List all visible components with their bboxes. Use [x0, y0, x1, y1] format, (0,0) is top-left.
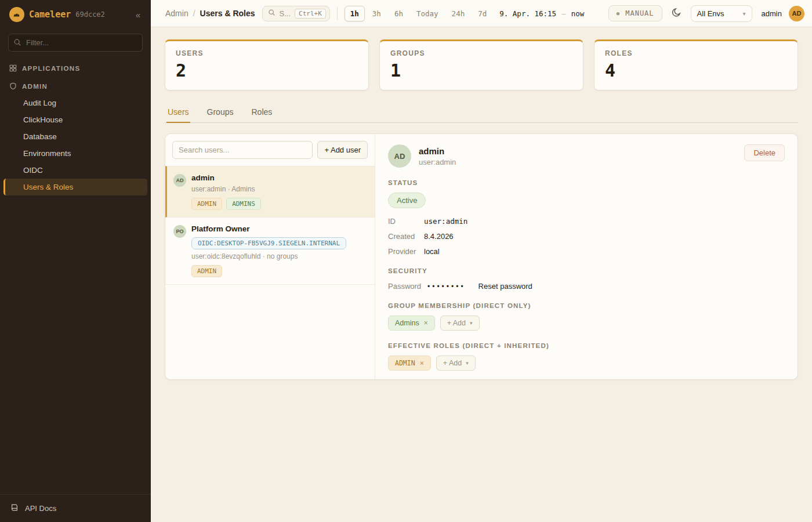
time-range-today[interactable]: Today	[411, 6, 444, 21]
time-range-1h[interactable]: 1h	[345, 6, 365, 21]
sidebar: Cameleer 69dcce2 « APPLICATIONS ADMIN Au…	[0, 0, 151, 522]
page-content: USERS 2 GROUPS 1 ROLES 4 Users Groups Ro…	[151, 27, 812, 522]
sidebar-collapse-button[interactable]: «	[132, 9, 144, 21]
breadcrumb-admin[interactable]: Admin	[165, 9, 188, 18]
detail-user-name: admin	[419, 146, 456, 156]
add-group-button[interactable]: + Add ▾	[440, 316, 480, 331]
user-name: admin	[191, 173, 367, 182]
user-subtitle: user:oidc:8evzqofluhld · no groups	[191, 252, 367, 260]
time-range-7d[interactable]: 7d	[472, 6, 492, 21]
field-value-id: user:admin	[424, 217, 785, 226]
sidebar-header: Cameleer 69dcce2 «	[0, 0, 151, 29]
time-range-6h[interactable]: 6h	[389, 6, 409, 21]
remove-icon[interactable]: ×	[424, 320, 428, 327]
role-chip-label: ADMIN	[395, 359, 415, 367]
sidebar-item-audit-log[interactable]: Audit Log	[0, 95, 151, 111]
reset-password-link[interactable]: Reset password	[478, 282, 532, 291]
role-chip-admin[interactable]: ADMIN ×	[388, 356, 431, 371]
time-range-3h[interactable]: 3h	[367, 6, 387, 21]
tab-users[interactable]: Users	[166, 103, 190, 123]
tab-bar: Users Groups Roles	[165, 103, 798, 123]
password-masked-value: ••••••••	[427, 282, 466, 291]
avatar: PO	[173, 225, 186, 238]
chevron-down-icon: ▾	[743, 10, 746, 17]
sidebar-spacer	[0, 195, 151, 494]
time-start: 9. Apr. 16:15	[499, 9, 556, 18]
users-panel: + Add user AD admin user:admin · Admins …	[165, 133, 798, 380]
add-role-label: + Add	[443, 359, 462, 367]
sidebar-filter-input[interactable]	[8, 34, 143, 52]
sidebar-item-environments[interactable]: Environments	[0, 145, 151, 162]
remove-icon[interactable]: ×	[420, 360, 424, 367]
chevron-down-icon: ▾	[470, 320, 473, 326]
sidebar-item-clickhouse[interactable]: ClickHouse	[0, 111, 151, 128]
global-search-button[interactable]: S... Ctrl+K	[262, 6, 330, 21]
group-badge: ADMINS	[226, 198, 261, 210]
field-key: Created	[388, 232, 424, 241]
field-key: Provider	[388, 247, 424, 256]
env-select[interactable]: All Envs ▾	[691, 5, 752, 22]
stat-label: GROUPS	[390, 49, 572, 57]
search-users-input[interactable]	[172, 141, 313, 159]
user-list-item-admin[interactable]: AD admin user:admin · Admins ADMIN ADMIN…	[165, 166, 375, 217]
grid-icon	[9, 64, 17, 72]
env-select-value: All Envs	[697, 9, 724, 18]
api-docs-link[interactable]: API Docs	[0, 494, 151, 522]
field-key: ID	[388, 217, 424, 226]
role-badge: ADMIN	[191, 198, 222, 210]
user-avatar[interactable]: AD	[789, 6, 804, 21]
chevron-down-icon: ▾	[466, 360, 469, 366]
manual-label: MANUAL	[625, 9, 654, 17]
status-badge: Active	[388, 193, 426, 208]
time-display[interactable]: 9. Apr. 16:15 — now	[499, 9, 584, 18]
group-chip-admins[interactable]: Admins ×	[388, 316, 435, 331]
sidebar-section-label: ADMIN	[22, 83, 48, 90]
group-chip-label: Admins	[395, 319, 419, 327]
breadcrumb-separator: /	[193, 9, 195, 18]
tab-roles[interactable]: Roles	[250, 103, 273, 123]
delete-user-button[interactable]: Delete	[744, 144, 785, 161]
dot-icon: ●	[617, 11, 620, 16]
user-name: Platform Owner	[191, 224, 367, 233]
header-divider	[337, 7, 338, 20]
avatar: AD	[173, 174, 186, 187]
sidebar-section-applications[interactable]: APPLICATIONS	[0, 59, 151, 77]
detail-user-id: user:admin	[419, 158, 456, 166]
user-subtitle: user:admin · Admins	[191, 185, 367, 193]
password-label: Password	[388, 282, 427, 291]
breadcrumb-current: Users & Roles	[200, 9, 255, 18]
sidebar-nav: Audit Log ClickHouse Database Environmen…	[0, 95, 151, 195]
current-user-label: admin	[762, 9, 782, 18]
user-list-column: + Add user AD admin user:admin · Admins …	[165, 134, 375, 379]
role-badge: ADMIN	[191, 265, 222, 277]
user-list-toolbar: + Add user	[165, 134, 375, 166]
dark-mode-toggle[interactable]	[669, 5, 684, 21]
stat-label: ROLES	[605, 49, 787, 57]
time-range-group: 1h 3h 6h Today 24h 7d	[345, 6, 492, 21]
breadcrumb: Admin / Users & Roles	[165, 9, 255, 18]
time-separator: —	[561, 9, 566, 18]
user-list-item-platform-owner[interactable]: PO Platform Owner OIDC:DESKTOP-FB5VGJ9.S…	[165, 217, 375, 285]
tab-groups[interactable]: Groups	[206, 103, 235, 123]
time-range-24h[interactable]: 24h	[446, 6, 471, 21]
shield-icon	[9, 82, 17, 90]
field-value-created: 8.4.2026	[424, 232, 785, 241]
camel-logo-icon	[9, 7, 24, 22]
add-user-button[interactable]: + Add user	[317, 141, 368, 159]
user-item-body: Platform Owner OIDC:DESKTOP-FB5VGJ9.SIEG…	[191, 224, 367, 277]
stat-card-roles: ROLES 4	[594, 39, 798, 90]
user-detail-panel: Delete AD admin user:admin STATUS Active…	[375, 134, 798, 379]
sidebar-item-users-roles[interactable]: Users & Roles	[3, 179, 147, 195]
app-version: 69dcce2	[75, 10, 105, 19]
user-item-body: admin user:admin · Admins ADMIN ADMINS	[191, 173, 367, 210]
sidebar-item-oidc[interactable]: OIDC	[0, 162, 151, 179]
avatar: AD	[388, 144, 411, 168]
stats-row: USERS 2 GROUPS 1 ROLES 4	[165, 39, 798, 90]
manual-refresh-button[interactable]: ● MANUAL	[608, 5, 662, 21]
sidebar-item-database[interactable]: Database	[0, 128, 151, 145]
stat-label: USERS	[176, 49, 358, 57]
add-role-button[interactable]: + Add ▾	[436, 356, 476, 371]
stat-value: 4	[605, 60, 787, 81]
detail-header: AD admin user:admin	[388, 144, 785, 168]
sidebar-section-admin[interactable]: ADMIN	[0, 77, 151, 95]
